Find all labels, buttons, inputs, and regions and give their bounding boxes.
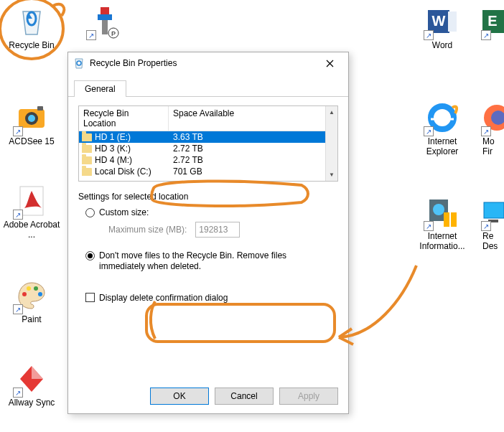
paint-icon: ↗ [14,278,49,313]
shortcut-arrow-icon: ↗ [481,30,491,40]
shortcut-arrow-icon: ↗ [424,126,434,136]
tab-general[interactable]: General [74,80,126,97]
tab-strip: General [68,74,348,97]
desktop-icon-label: ACDSee 15 [3,136,60,146]
location-space: 701 GB [169,166,325,177]
svg-point-19 [431,106,454,129]
location-space: 3.63 TB [169,132,325,142]
desktop-icon-remote-desktop[interactable]: ↗ ReDes [482,195,504,252]
svg-point-6 [27,286,31,291]
folder-icon [82,133,92,141]
acdsee-icon: ↗ [14,100,49,135]
svg-text:P: P [111,30,116,37]
close-button[interactable] [315,53,344,73]
shortcut-arrow-icon: ↗ [13,126,23,136]
svg-point-7 [34,286,38,291]
scroll-down-button[interactable]: ▼ [326,169,337,181]
desktop-icon-acdsee[interactable]: ↗ ACDSee 15 [3,100,60,146]
locations-listview[interactable]: Recycle Bin Location Space Available HD … [78,105,338,182]
location-row[interactable]: HD 3 (K:) 2.72 TB [79,143,325,154]
locations-header[interactable]: Recycle Bin Location Space Available [79,106,325,131]
svg-point-5 [22,292,27,296]
location-row[interactable]: Local Disk (C:) 701 GB [79,166,325,177]
ie-icon: ↗ [425,100,459,135]
svg-text:E: E [487,13,497,29]
settings-section-label: Settings for selected location [78,192,338,202]
folder-icon [82,156,92,164]
cancel-button[interactable]: Cancel [215,388,274,405]
svg-text:W: W [432,13,446,29]
radio-dont-move[interactable] [85,251,95,260]
location-name: HD 3 (K:) [95,144,131,154]
desktop-icon-label: Adobe Acrobat ... [3,220,60,240]
column-header-location[interactable]: Recycle Bin Location [79,106,169,131]
recycle-bin-icon [14,4,49,39]
firefox-icon: ↗ [482,100,504,135]
recycle-bin-properties-dialog: Recycle Bin Properties General Recycle B… [67,52,349,414]
desktop-icon-label: Allway Sync [3,398,60,408]
svg-point-23 [433,204,444,215]
desktop-icon-allway-sync[interactable]: ↗ Allway Sync [3,362,60,408]
scroll-up-button[interactable]: ▲ [326,106,337,118]
remote-desktop-icon: ↗ [482,195,504,230]
desktop-icon-label: MoFir [482,136,504,157]
svg-point-2 [28,115,35,122]
desktop-icon-tool[interactable]: P ↗ [76,4,134,40]
adobe-acrobat-icon: ↗ [14,184,49,218]
close-icon [326,60,334,67]
shortcut-arrow-icon: ↗ [13,388,23,398]
shortcut-arrow-icon: ↗ [13,304,23,314]
locations-scrollbar[interactable]: ▲ ▼ [325,106,337,181]
checkbox-display-confirmation[interactable] [85,293,95,302]
desktop-icon-word[interactable]: W ↗ Word [414,4,471,50]
svg-rect-24 [484,202,504,218]
svg-rect-16 [448,11,457,32]
svg-rect-11 [102,20,108,34]
location-space: 2.72 TB [169,144,325,154]
radio-custom-size[interactable] [85,208,95,217]
maximum-size-label: Maximum size (MB): [108,225,187,235]
dialog-title: Recycle Bin Properties [90,58,315,68]
svg-rect-9 [101,7,109,14]
tool-icon: P ↗ [88,4,122,39]
apply-button[interactable]: Apply [279,388,338,405]
ok-button[interactable]: OK [150,388,209,405]
location-name: Local Disk (C:) [95,166,151,177]
shortcut-arrow-icon: ↗ [13,210,23,220]
iis-icon: ↗ [425,195,459,230]
desktop-icon-label: Internet Informatio... [414,231,471,252]
svg-point-8 [38,292,42,296]
location-name: HD 4 (M:) [95,155,132,165]
allway-sync-icon: ↗ [14,362,49,396]
shortcut-arrow-icon: ↗ [424,30,434,40]
location-name: HD 1 (E:) [95,132,131,142]
desktop-icon-adobe-acrobat[interactable]: ↗ Adobe Acrobat ... [3,184,60,240]
svg-rect-10 [98,14,112,20]
svg-rect-3 [37,106,43,111]
location-row[interactable]: HD 4 (M:) 2.72 TB [79,154,325,166]
location-space: 2.72 TB [169,155,325,165]
desktop-icon-firefox[interactable]: ↗ MoFir [482,100,504,157]
shortcut-arrow-icon: ↗ [481,126,491,136]
desktop-icon-label: Paint [3,314,60,324]
radio-dont-move-label: Don't move files to the Recycle Bin. Rem… [99,250,314,273]
desktop-icon-label: Word [414,40,471,50]
checkbox-display-confirmation-label: Display delete confirmation dialog [99,293,228,303]
folder-icon [82,145,92,153]
desktop-icon-paint[interactable]: ↗ Paint [3,278,60,324]
shortcut-arrow-icon: ↗ [481,221,491,231]
titlebar[interactable]: Recycle Bin Properties [68,52,348,74]
radio-custom-size-label: Custom size: [99,207,149,219]
shortcut-arrow-icon: ↗ [86,30,96,40]
maximum-size-input[interactable] [195,222,240,238]
recycle-bin-icon [73,57,85,70]
desktop-icon-excel[interactable]: E ↗ [482,4,504,40]
desktop-icon-label: Internet Explorer [414,136,471,157]
desktop-icon-internet-explorer[interactable]: ↗ Internet Explorer [414,100,471,157]
location-row[interactable]: HD 1 (E:) 3.63 TB [79,131,325,143]
folder-icon [82,168,92,176]
column-header-space[interactable]: Space Available [169,106,325,131]
desktop-icon-recycle-bin[interactable]: Recycle Bin [3,4,60,50]
desktop-icon-label: Recycle Bin [3,40,60,50]
desktop-icon-iis[interactable]: ↗ Internet Informatio... [414,195,471,252]
